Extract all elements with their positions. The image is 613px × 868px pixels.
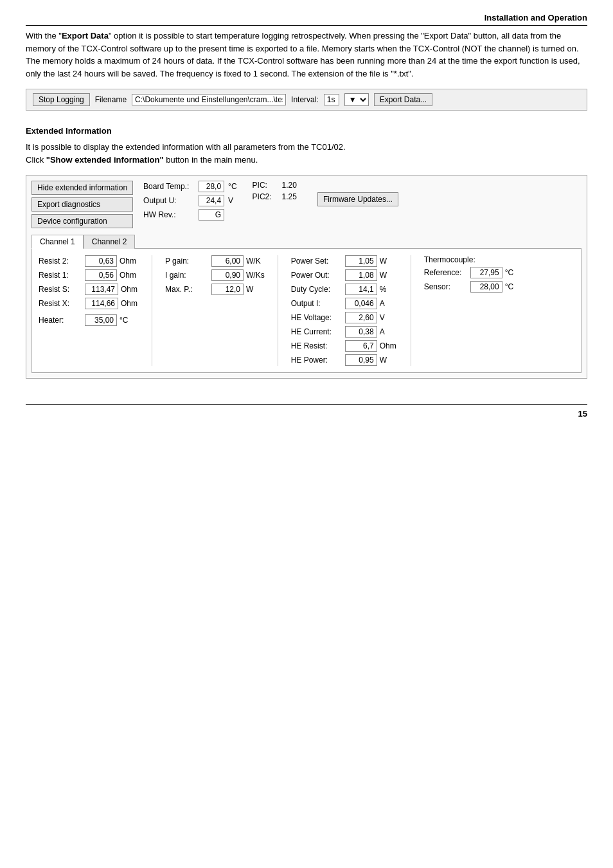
export-diagnostics-button[interactable]: Export diagnostics: [31, 197, 133, 212]
power-col: Power Set: 1,05 W Power Out: 1,08 W Duty…: [291, 255, 398, 366]
powerset-unit: W: [380, 257, 398, 266]
outputI-row: Output I: 0,046 A: [291, 298, 398, 309]
outputI-value: 0,046: [345, 298, 377, 309]
board-temp-row: Board Temp.: 28,0 °C: [143, 181, 236, 192]
export-data-bold: Export Data: [62, 31, 109, 41]
maxp-label: Max. P.:: [165, 285, 209, 294]
resistX-value: 114,66: [85, 298, 118, 309]
pic-info-col: PIC: 1.20 PIC2: 1.25: [253, 181, 297, 201]
heResist-value: 6,7: [345, 340, 377, 352]
maxp-unit: W: [246, 285, 264, 294]
filename-input[interactable]: [132, 94, 286, 105]
heResist-row: HE Resist: 6,7 Ohm: [291, 340, 398, 352]
interval-select[interactable]: ▼: [344, 93, 369, 106]
toolbar-box: Stop Logging Filename Interval: ▼ Export…: [26, 89, 587, 111]
resist-col: Resist 2: 0,63 Ohm Resist 1: 0,56 Ohm Re…: [39, 255, 139, 366]
board-info-col: Board Temp.: 28,0 °C Output U: 24,4 V HW…: [143, 181, 236, 228]
thermocouple-label: Thermocouple:: [424, 255, 475, 264]
pgain-row: P gain: 6,00 W/K: [165, 255, 265, 267]
data-panel: Resist 2: 0,63 Ohm Resist 1: 0,56 Ohm Re…: [31, 248, 582, 373]
dutycycle-label: Duty Cycle:: [291, 285, 342, 294]
interval-input[interactable]: [324, 94, 339, 105]
heCurrent-label: HE Current:: [291, 327, 342, 336]
board-temp-label: Board Temp.:: [143, 182, 195, 191]
extended-info-section: Extended Information It is possible to d…: [26, 126, 587, 379]
firmware-updates-button[interactable]: Firmware Updates...: [317, 192, 398, 206]
filename-label: Filename: [95, 95, 127, 104]
extended-panel: Hide extended information Export diagnos…: [26, 175, 587, 379]
dutycycle-row: Duty Cycle: 14,1 %: [291, 284, 398, 295]
pic2-value: 1.25: [282, 192, 297, 201]
hw-rev-row: HW Rev.: G: [143, 209, 236, 221]
extended-info-title: Extended Information: [26, 126, 587, 136]
heater-unit: °C: [120, 316, 138, 325]
ext-buttons-col: Hide extended information Export diagnos…: [31, 181, 133, 228]
pic1-row: PIC: 1.20: [253, 181, 297, 190]
export-data-button[interactable]: Export Data...: [374, 93, 432, 106]
heVoltage-row: HE Voltage: 2,60 V: [291, 312, 398, 323]
sensor-label: Sensor:: [424, 282, 468, 291]
pic2-label: PIC2:: [253, 192, 278, 201]
hide-extended-button[interactable]: Hide extended information: [31, 181, 133, 195]
resistX-label: Resist X:: [39, 299, 82, 308]
hePower-unit: W: [380, 356, 398, 365]
resist1-unit: Ohm: [120, 271, 138, 280]
hw-rev-label: HW Rev.:: [143, 210, 195, 219]
reference-value: 27,95: [470, 267, 502, 278]
heCurrent-row: HE Current: 0,38 A: [291, 326, 398, 338]
pic2-row: PIC2: 1.25: [253, 192, 297, 201]
maxp-value: 12,0: [211, 284, 244, 295]
gain-col: P gain: 6,00 W/K I gain: 0,90 W/Ks Max. …: [165, 255, 265, 366]
show-extended-bold: "Show extended information": [46, 155, 164, 165]
intro-paragraph: With the "Export Data" option it is poss…: [26, 30, 587, 80]
resistS-unit: Ohm: [121, 285, 139, 294]
igain-value: 0,90: [211, 269, 244, 281]
powerout-row: Power Out: 1,08 W: [291, 269, 398, 281]
powerout-unit: W: [380, 271, 398, 280]
pgain-value: 6,00: [211, 255, 244, 267]
reference-unit: °C: [505, 268, 523, 277]
extended-info-desc: It is possible to display the extended i…: [26, 141, 587, 166]
board-temp-unit: °C: [228, 182, 236, 191]
ext-top: Hide extended information Export diagnos…: [31, 181, 582, 228]
tabs-row: Channel 1 Channel 2: [31, 235, 582, 249]
pic1-label: PIC:: [253, 181, 278, 190]
maxp-row: Max. P.: 12,0 W: [165, 284, 265, 295]
hw-rev-value: G: [199, 209, 224, 221]
resist1-label: Resist 1:: [39, 271, 82, 280]
pgain-unit: W/K: [246, 257, 264, 266]
resist2-unit: Ohm: [120, 257, 138, 266]
powerset-label: Power Set:: [291, 257, 342, 266]
reference-row: Reference: 27,95 °C: [424, 267, 533, 278]
resist2-label: Resist 2:: [39, 257, 82, 266]
heCurrent-value: 0,38: [345, 326, 377, 338]
heVoltage-unit: V: [380, 313, 398, 322]
powerset-value: 1,05: [345, 255, 377, 267]
output-u-row: Output U: 24,4 V: [143, 195, 236, 206]
hePower-row: HE Power: 0,95 W: [291, 354, 398, 366]
sensor-row: Sensor: 28,00 °C: [424, 281, 533, 293]
output-u-label: Output U:: [143, 196, 195, 205]
resist1-value: 0,56: [85, 269, 117, 281]
heater-label: Heater:: [39, 316, 82, 325]
thermocouple-title-row: Thermocouple:: [424, 255, 533, 264]
resistS-value: 113,47: [85, 284, 118, 295]
dutycycle-unit: %: [380, 285, 398, 294]
pgain-label: P gain:: [165, 257, 209, 266]
page-number: 15: [26, 404, 587, 419]
powerout-value: 1,08: [345, 269, 377, 281]
stop-logging-button[interactable]: Stop Logging: [33, 93, 90, 106]
igain-row: I gain: 0,90 W/Ks: [165, 269, 265, 281]
hePower-label: HE Power:: [291, 356, 342, 365]
tab-channel2[interactable]: Channel 2: [84, 235, 136, 249]
heater-value: 35,00: [85, 314, 117, 326]
tab-channel1[interactable]: Channel 1: [31, 235, 84, 249]
outputI-unit: A: [380, 299, 398, 308]
heResist-unit: Ohm: [380, 341, 398, 350]
reference-label: Reference:: [424, 268, 468, 277]
thermocouple-col: Thermocouple: Reference: 27,95 °C Sensor…: [424, 255, 533, 366]
pic1-value: 1.20: [282, 181, 297, 190]
resistX-unit: Ohm: [121, 299, 139, 308]
device-config-button[interactable]: Device configuration: [31, 214, 133, 228]
output-u-unit: V: [228, 196, 233, 205]
